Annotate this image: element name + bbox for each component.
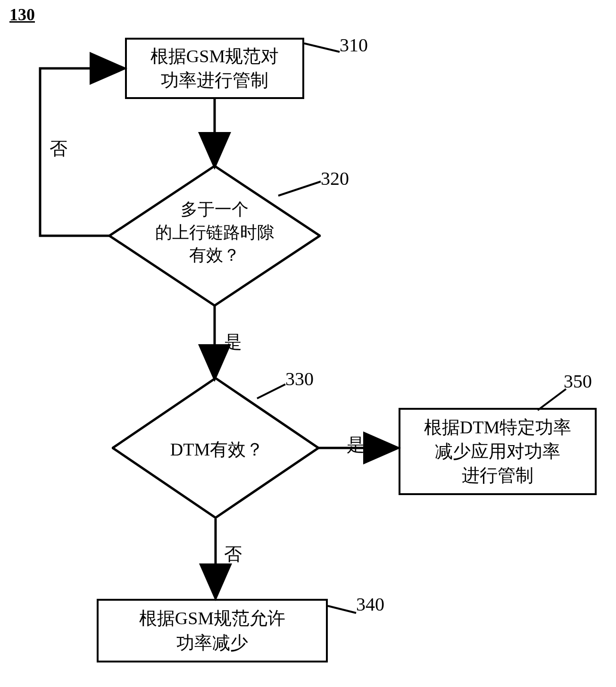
process-box-310-text: 根据GSM规范对 功率进行管制 bbox=[150, 44, 279, 93]
decision-330-text: DTM有效？ bbox=[142, 438, 292, 462]
process-box-310: 根据GSM规范对 功率进行管制 bbox=[125, 38, 304, 99]
edge-label-yes-320: 是 bbox=[224, 330, 242, 354]
figure-number: 130 bbox=[9, 5, 35, 25]
leader-340 bbox=[321, 601, 358, 618]
flow-arrows bbox=[0, 0, 616, 687]
process-box-350-text: 根据DTM特定功率 减少应用对功率 进行管制 bbox=[424, 415, 571, 488]
svg-line-0 bbox=[304, 43, 340, 52]
ref-label-340: 340 bbox=[356, 593, 384, 615]
process-box-340-text: 根据GSM规范允许 功率减少 bbox=[139, 606, 285, 655]
leader-310 bbox=[297, 38, 344, 61]
decision-320-text: 多于一个 的上行链路时隙 有效？ bbox=[132, 198, 297, 267]
process-box-340: 根据GSM规范允许 功率减少 bbox=[97, 599, 328, 662]
svg-line-5 bbox=[328, 606, 356, 613]
edge-label-no-320: 否 bbox=[50, 137, 67, 161]
leader-350 bbox=[533, 387, 571, 413]
edge-label-yes-330: 是 bbox=[347, 433, 365, 457]
svg-line-6 bbox=[538, 389, 566, 410]
edge-label-no-330: 否 bbox=[224, 542, 242, 566]
leader-320 bbox=[274, 177, 325, 200]
svg-line-4 bbox=[257, 384, 285, 398]
process-box-350: 根据DTM特定功率 减少应用对功率 进行管制 bbox=[399, 408, 597, 495]
svg-line-2 bbox=[278, 182, 321, 196]
leader-330 bbox=[255, 382, 290, 401]
